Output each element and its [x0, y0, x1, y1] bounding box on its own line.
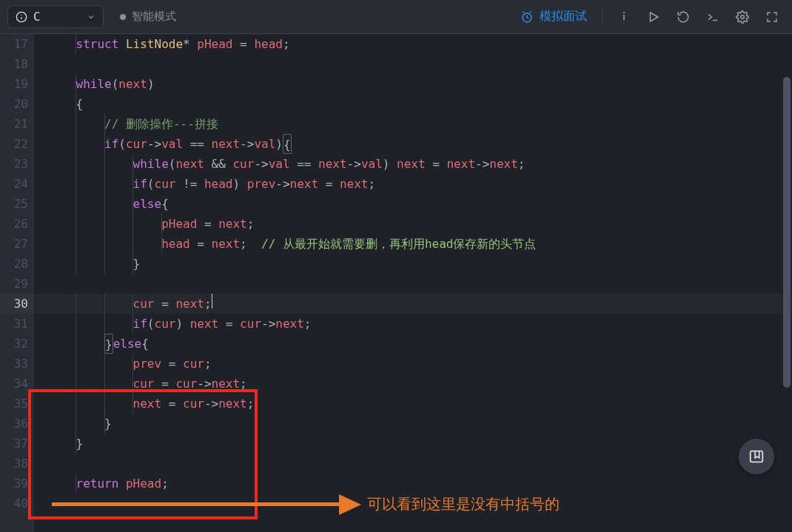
- line-number: 38: [0, 454, 28, 474]
- terminal-icon: [706, 10, 719, 24]
- code-line[interactable]: struct ListNode* pHead = head;: [47, 34, 792, 54]
- line-number: 24: [0, 174, 28, 194]
- code-line[interactable]: return pHead;: [47, 474, 792, 494]
- code-line[interactable]: pHead = next;: [47, 214, 792, 234]
- code-line[interactable]: prev = cur;: [47, 354, 792, 374]
- code-line[interactable]: {: [47, 94, 792, 114]
- line-number: 22: [0, 134, 28, 154]
- code-line[interactable]: if(cur) next = cur->next;: [47, 314, 792, 334]
- svg-marker-10: [651, 13, 659, 21]
- line-number: 35: [0, 394, 28, 414]
- code-line[interactable]: while(next && cur->val == next->val) nex…: [47, 154, 792, 174]
- smart-mode-label: 智能模式: [132, 10, 176, 24]
- code-line[interactable]: cur = cur->next;: [47, 374, 792, 394]
- svg-point-9: [623, 11, 625, 13]
- svg-line-5: [527, 17, 528, 18]
- info-icon: [16, 11, 27, 23]
- mock-interview-button[interactable]: 模拟面试: [514, 6, 593, 27]
- code-line[interactable]: }: [47, 254, 792, 274]
- code-line[interactable]: // 删除操作---拼接: [47, 114, 792, 134]
- line-number: 26: [0, 214, 28, 234]
- expand-icon: [765, 10, 779, 24]
- code-line[interactable]: [47, 54, 792, 74]
- mock-interview-label: 模拟面试: [540, 9, 587, 24]
- status-dot-icon: [120, 14, 126, 20]
- line-number: 21: [0, 114, 28, 134]
- code-line[interactable]: if(cur->val == next->val){: [47, 134, 792, 154]
- terminal-button[interactable]: [700, 4, 725, 30]
- code-line[interactable]: while(next): [47, 74, 792, 94]
- code-line[interactable]: cur = next;: [47, 294, 792, 314]
- line-number: 40: [0, 494, 28, 514]
- svg-line-6: [523, 11, 524, 13]
- annotation-arrow: [52, 502, 340, 506]
- language-label: C: [33, 10, 41, 24]
- code-line[interactable]: next = cur->next;: [47, 394, 792, 414]
- bookmark-fab[interactable]: [739, 439, 774, 474]
- play-icon: [647, 10, 660, 24]
- text-cursor: [212, 294, 213, 309]
- annotation-text: 可以看到这里是没有中括号的: [367, 494, 560, 514]
- italic-i-icon: [617, 10, 631, 24]
- line-number: 33: [0, 354, 28, 374]
- refresh-icon: [677, 10, 690, 24]
- bookmark-icon: [748, 448, 765, 465]
- chevron-down-icon: [87, 13, 95, 21]
- settings-button[interactable]: [730, 4, 755, 30]
- alarm-icon: [520, 10, 534, 24]
- code-line[interactable]: }else{: [47, 334, 792, 354]
- language-selector[interactable]: C: [7, 5, 104, 28]
- editor-toolbar: C 智能模式 模拟面试: [0, 0, 792, 34]
- annotation-arrow-head: [339, 494, 361, 515]
- line-number: 18: [0, 54, 28, 74]
- code-editor[interactable]: 1718192021222324252627282930313233343536…: [0, 34, 792, 532]
- toolbar-divider: [602, 9, 603, 25]
- svg-point-2: [21, 14, 21, 15]
- line-number-gutter: 1718192021222324252627282930313233343536…: [0, 34, 34, 532]
- reset-button[interactable]: [671, 4, 696, 30]
- code-line[interactable]: }: [47, 414, 792, 434]
- svg-line-7: [530, 11, 531, 13]
- line-number: 32: [0, 334, 28, 354]
- code-line[interactable]: [47, 274, 792, 294]
- code-line[interactable]: else{: [47, 194, 792, 214]
- fullscreen-button[interactable]: [759, 4, 785, 30]
- line-number: 29: [0, 274, 28, 294]
- scrollbar-thumb[interactable]: [783, 77, 791, 388]
- line-number: 19: [0, 74, 28, 94]
- line-number: 39: [0, 474, 28, 494]
- line-number: 37: [0, 434, 28, 454]
- line-number: 25: [0, 194, 28, 214]
- line-number: 20: [0, 94, 28, 114]
- gear-icon: [736, 10, 749, 24]
- code-line[interactable]: [47, 454, 792, 474]
- code-line[interactable]: }: [47, 434, 792, 454]
- line-number: 27: [0, 234, 28, 254]
- run-button[interactable]: [641, 4, 666, 30]
- line-number: 17: [0, 34, 28, 54]
- code-line[interactable]: head = next; // 从最开始就需要删，再利用head保存新的头节点: [47, 234, 792, 254]
- smart-mode-indicator[interactable]: 智能模式: [120, 10, 176, 24]
- line-number: 28: [0, 254, 28, 274]
- info-button[interactable]: [611, 4, 637, 30]
- line-number: 34: [0, 374, 28, 394]
- line-number: 30: [0, 294, 28, 314]
- svg-point-12: [741, 15, 745, 18]
- line-number: 23: [0, 154, 28, 174]
- vertical-scrollbar[interactable]: [783, 70, 791, 529]
- code-line[interactable]: if(cur != head) prev->next = next;: [47, 174, 792, 194]
- line-number: 31: [0, 314, 28, 334]
- code-content[interactable]: struct ListNode* pHead = head; while(nex…: [34, 34, 792, 532]
- line-number: 36: [0, 414, 28, 434]
